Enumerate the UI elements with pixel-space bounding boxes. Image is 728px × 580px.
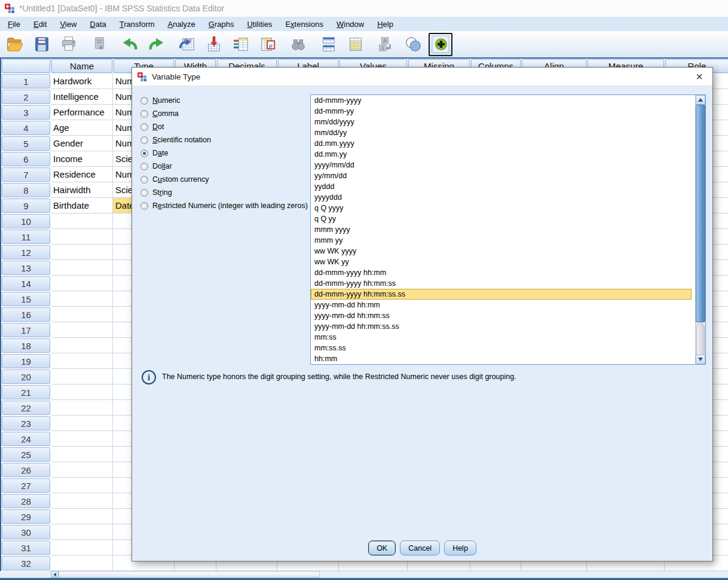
format-option[interactable]: dd-mmm-yyyy hh:mm:ss.ss	[311, 289, 692, 300]
row-header-32[interactable]: 32	[2, 556, 50, 570]
goto-case-icon[interactable]	[176, 33, 198, 56]
format-option[interactable]: dd-mmm-yyyy hh:mm	[311, 267, 705, 278]
type-option-custom-currency[interactable]: Custom currency	[140, 173, 308, 186]
cell-r4-c1[interactable]: Age	[51, 120, 113, 136]
cell-r11-c1[interactable]	[51, 229, 113, 245]
row-header-1[interactable]: 1	[2, 74, 50, 88]
format-option[interactable]: dd-mmm-yyyy	[311, 95, 705, 106]
menu-help[interactable]: Help	[371, 18, 400, 30]
row-header-18[interactable]: 18	[2, 338, 50, 353]
menu-edit[interactable]: Edit	[27, 18, 53, 30]
recall-dialogs-icon[interactable]	[88, 33, 111, 56]
close-icon[interactable]: ×	[691, 68, 708, 85]
cell-r19-c1[interactable]	[51, 353, 113, 369]
use-variable-sets-icon[interactable]	[402, 33, 424, 56]
cancel-button[interactable]: Cancel	[400, 541, 440, 555]
row-header-5[interactable]: 5	[2, 136, 50, 151]
format-option[interactable]: dd-mmm-yy	[311, 106, 705, 117]
cell-r20-c1[interactable]	[51, 369, 113, 384]
format-option[interactable]: mm:ss	[311, 332, 705, 343]
save-icon[interactable]	[30, 33, 53, 56]
radio-icon[interactable]	[140, 97, 148, 105]
row-header-28[interactable]: 28	[2, 494, 50, 508]
radio-icon[interactable]	[140, 136, 148, 144]
grid-corner-cell[interactable]	[2, 59, 50, 73]
format-option[interactable]: mm:ss.ss	[311, 343, 705, 353]
format-option[interactable]: mmm yyyy	[311, 224, 705, 235]
dialog-title-bar[interactable]: Variable Type ×	[132, 68, 712, 86]
type-option-restricted-numeric-integer-with-leading-zeros[interactable]: Restricted Numeric (integer with leading…	[140, 199, 308, 212]
row-header-30[interactable]: 30	[2, 525, 50, 539]
type-option-date[interactable]: Date	[140, 146, 308, 160]
row-header-12[interactable]: 12	[2, 245, 50, 260]
ok-button[interactable]: OK	[368, 541, 396, 555]
type-option-scientific-notation[interactable]: Scientific notation	[140, 133, 308, 146]
find-icon[interactable]	[287, 33, 310, 56]
format-option[interactable]: ww WK yyyy	[311, 246, 705, 257]
row-header-19[interactable]: 19	[2, 354, 50, 368]
value-labels-icon[interactable]: A 1	[375, 33, 397, 56]
row-header-13[interactable]: 13	[2, 261, 50, 275]
cell-r27-c1[interactable]	[51, 478, 113, 493]
type-option-comma[interactable]: Comma	[140, 107, 308, 120]
row-header-14[interactable]: 14	[2, 276, 50, 291]
format-option[interactable]: dd.mm.yy	[311, 149, 705, 160]
cell-r31-c1[interactable]	[51, 540, 113, 555]
menu-view[interactable]: View	[53, 18, 83, 30]
row-header-24[interactable]: 24	[2, 432, 50, 446]
undo-icon[interactable]	[118, 33, 141, 56]
menu-data[interactable]: Data	[83, 18, 112, 30]
cell-r15-c1[interactable]	[51, 291, 113, 307]
format-option[interactable]: dd-mmm-yyyy hh:mm:ss	[311, 278, 705, 289]
format-option[interactable]: mm/dd/yy	[311, 127, 705, 138]
row-header-29[interactable]: 29	[2, 509, 50, 524]
menu-file[interactable]: File	[1, 18, 27, 30]
cell-r24-c1[interactable]	[51, 431, 113, 447]
row-header-7[interactable]: 7	[2, 167, 50, 182]
menu-extensions[interactable]: Extensions	[279, 18, 330, 30]
format-option[interactable]: yyyy/mm/dd	[311, 160, 705, 170]
radio-icon[interactable]	[140, 149, 148, 157]
format-option[interactable]: hh:mm	[311, 353, 705, 364]
vertical-scrollbar[interactable]	[695, 95, 705, 364]
scroll-up-button[interactable]	[696, 95, 705, 105]
row-header-26[interactable]: 26	[2, 463, 50, 477]
cell-r18-c1[interactable]	[51, 338, 113, 353]
type-option-string[interactable]: String	[140, 186, 308, 199]
select-cases-icon[interactable]	[344, 33, 367, 56]
row-header-17[interactable]: 17	[2, 323, 50, 337]
format-option[interactable]: dd.mm.yyyy	[311, 138, 705, 149]
format-option[interactable]: mmm yy	[311, 235, 705, 246]
type-option-dollar[interactable]: Dollar	[140, 160, 308, 173]
row-header-6[interactable]: 6	[2, 152, 50, 166]
horizontal-scrollbar-thumb[interactable]	[59, 571, 320, 578]
row-header-21[interactable]: 21	[2, 385, 50, 399]
cell-r6-c1[interactable]: Income	[51, 151, 113, 167]
cell-r1-c1[interactable]: Hardwork	[51, 74, 113, 89]
cell-r23-c1[interactable]	[51, 416, 113, 431]
cell-r10-c1[interactable]	[51, 213, 113, 229]
help-button[interactable]: Help	[444, 541, 476, 555]
vertical-scrollbar-thumb[interactable]	[696, 105, 705, 322]
type-option-numeric[interactable]: Numeric	[140, 94, 308, 107]
descriptive-statistics-icon[interactable]: μ	[256, 33, 279, 56]
print-icon[interactable]	[57, 33, 80, 56]
cell-r13-c1[interactable]	[51, 260, 113, 276]
menu-utilities[interactable]: Utilities	[240, 18, 279, 30]
cell-r12-c1[interactable]	[51, 245, 113, 260]
row-header-10[interactable]: 10	[2, 214, 50, 228]
cell-r30-c1[interactable]	[51, 524, 113, 540]
horizontal-scrollbar[interactable]	[0, 571, 728, 578]
format-list[interactable]: dd-mmm-yyyydd-mmm-yymm/dd/yyyymm/dd/yydd…	[310, 94, 706, 365]
row-header-25[interactable]: 25	[2, 447, 50, 462]
row-header-11[interactable]: 11	[2, 230, 50, 244]
cell-r5-c1[interactable]: Gender	[51, 136, 113, 151]
cell-r14-c1[interactable]	[51, 276, 113, 291]
row-header-3[interactable]: 3	[2, 105, 50, 120]
cell-r8-c1[interactable]: Hairwidth	[51, 182, 113, 198]
type-option-dot[interactable]: Dot	[140, 120, 308, 133]
row-header-27[interactable]: 27	[2, 478, 50, 493]
scroll-down-button[interactable]	[696, 355, 705, 364]
radio-icon[interactable]	[140, 110, 148, 118]
cell-r29-c1[interactable]	[51, 509, 113, 524]
